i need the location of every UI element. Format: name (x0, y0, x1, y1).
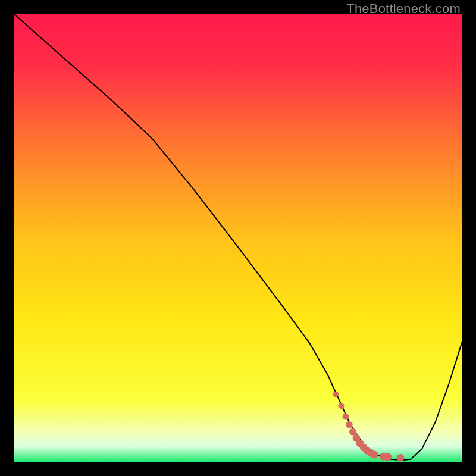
highlight-marker (384, 453, 392, 461)
highlight-marker (349, 428, 356, 436)
highlight-marker (371, 451, 378, 459)
highlight-marker (333, 392, 339, 397)
highlight-marker (397, 454, 405, 462)
highlight-marker (338, 403, 344, 409)
gradient-background (14, 14, 462, 462)
chart-svg (14, 14, 462, 462)
highlight-marker (343, 414, 349, 420)
chart-frame (14, 14, 462, 462)
highlight-marker (346, 421, 353, 428)
